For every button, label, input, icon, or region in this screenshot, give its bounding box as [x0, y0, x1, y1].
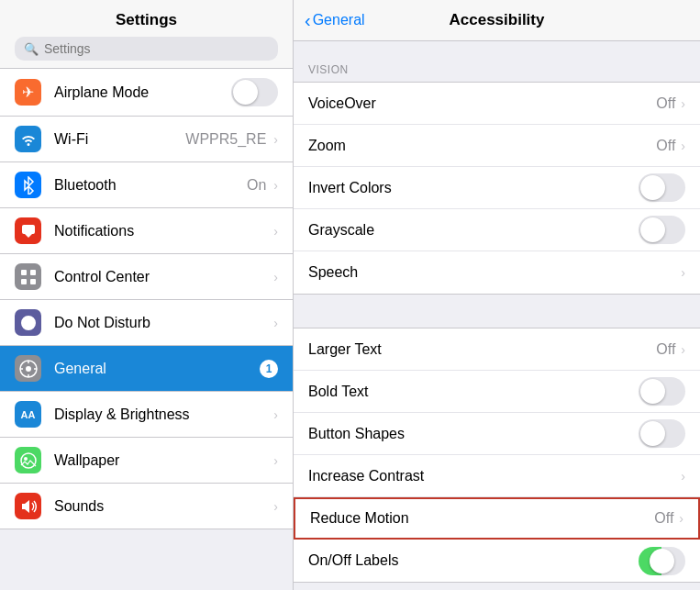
search-input[interactable]: [44, 41, 269, 56]
left-header: Settings 🔍: [0, 0, 293, 69]
do-not-disturb-label: Do Not Disturb: [54, 315, 270, 331]
general-badge: 1: [260, 360, 278, 378]
right-panel: ‹ General Accessibility VISIONVoiceOverO…: [294, 0, 700, 590]
svg-rect-0: [22, 225, 35, 234]
general-icon: [15, 355, 41, 382]
sidebar-item-wallpaper[interactable]: Wallpaper›: [0, 438, 293, 484]
bold-text-label: Bold Text: [308, 384, 639, 400]
control-center-chevron-icon: ›: [273, 270, 278, 284]
sidebar-item-display[interactable]: AADisplay & Brightness›: [0, 392, 293, 438]
general-label: General: [54, 361, 254, 377]
voiceover-chevron-icon: ›: [681, 96, 685, 111]
right-item-increase-contrast[interactable]: Increase Contrast›: [294, 455, 700, 497]
right-content: VISIONVoiceOverOff›ZoomOff›Invert Colors…: [294, 41, 700, 590]
bold-text-toggle[interactable]: [639, 377, 685, 406]
bluetooth-chevron-icon: ›: [273, 178, 278, 193]
larger-text-chevron-icon: ›: [681, 342, 685, 357]
sidebar-item-sounds[interactable]: Sounds›: [0, 484, 293, 529]
airplane-mode-label: Airplane Mode: [54, 84, 231, 101]
svg-point-11: [21, 453, 36, 468]
button-shapes-toggle[interactable]: [639, 419, 685, 448]
back-chevron-icon: ‹: [305, 11, 311, 29]
right-item-grayscale[interactable]: Grayscale: [294, 209, 700, 251]
speech-chevron-icon: ›: [681, 265, 685, 280]
right-item-bold-text[interactable]: Bold Text: [294, 371, 700, 413]
invert-colors-toggle[interactable]: [639, 173, 685, 202]
larger-text-value: Off: [656, 341, 675, 358]
settings-list: ✈Airplane ModeWi-FiWPPR5_RE›BluetoothOn›…: [0, 69, 293, 590]
grayscale-label: Grayscale: [308, 222, 639, 239]
right-title: Accessibility: [450, 11, 545, 29]
back-button[interactable]: ‹ General: [305, 11, 365, 29]
grayscale-toggle[interactable]: [639, 216, 685, 244]
zoom-label: Zoom: [308, 138, 656, 154]
sidebar-item-control-center[interactable]: Control Center›: [0, 254, 293, 300]
section-group-vision: VoiceOverOff›ZoomOff›Invert ColorsGraysc…: [294, 82, 700, 295]
speech-label: Speech: [308, 264, 681, 281]
section-label-vision: VISION: [294, 63, 700, 82]
airplane-mode-toggle[interactable]: [231, 78, 278, 106]
do-not-disturb-chevron-icon: ›: [273, 316, 278, 330]
control-center-label: Control Center: [54, 269, 270, 285]
sidebar-item-wifi[interactable]: Wi-FiWPPR5_RE›: [0, 117, 293, 162]
sidebar-item-airplane-mode[interactable]: ✈Airplane Mode: [0, 69, 293, 117]
right-item-larger-text[interactable]: Larger TextOff›: [294, 328, 700, 371]
bluetooth-value: On: [247, 177, 266, 194]
right-item-on-off-labels[interactable]: On/Off Labels: [294, 540, 700, 582]
right-item-button-shapes[interactable]: Button Shapes: [294, 413, 700, 455]
wifi-chevron-icon: ›: [273, 132, 278, 147]
on-off-labels-toggle[interactable]: [639, 547, 685, 575]
reduce-motion-chevron-icon: ›: [679, 511, 683, 526]
svg-point-6: [26, 366, 31, 372]
zoom-chevron-icon: ›: [681, 139, 685, 153]
bluetooth-label: Bluetooth: [54, 177, 247, 194]
svg-rect-2: [30, 270, 36, 275]
wallpaper-icon: [15, 447, 41, 473]
section-separator: [294, 311, 700, 328]
increase-contrast-chevron-icon: ›: [681, 469, 685, 484]
search-bar[interactable]: 🔍: [15, 37, 278, 61]
button-shapes-label: Button Shapes: [308, 426, 639, 442]
settings-title: Settings: [15, 11, 278, 29]
left-panel: Settings 🔍 ✈Airplane ModeWi-FiWPPR5_RE›B…: [0, 0, 294, 590]
display-label: Display & Brightness: [54, 406, 270, 423]
wifi-label: Wi-Fi: [54, 131, 185, 148]
do-not-disturb-icon: [15, 309, 41, 336]
reduce-motion-label: Reduce Motion: [310, 510, 654, 527]
display-chevron-icon: ›: [273, 407, 278, 422]
svg-rect-4: [30, 279, 36, 284]
on-off-labels-label: On/Off Labels: [308, 552, 639, 569]
control-center-icon: [15, 263, 41, 290]
section-group-interaction: Larger TextOff›Bold TextButton ShapesInc…: [294, 328, 700, 583]
invert-colors-label: Invert Colors: [308, 180, 639, 196]
sidebar-item-bluetooth[interactable]: BluetoothOn›: [0, 162, 293, 208]
larger-text-label: Larger Text: [308, 341, 656, 358]
svg-rect-3: [21, 279, 27, 284]
notifications-chevron-icon: ›: [273, 224, 278, 239]
svg-point-12: [24, 457, 28, 461]
increase-contrast-label: Increase Contrast: [308, 468, 681, 484]
right-item-reduce-motion[interactable]: Reduce MotionOff›: [294, 497, 700, 540]
sidebar-item-do-not-disturb[interactable]: Do Not Disturb›: [0, 300, 293, 346]
sidebar-item-notifications[interactable]: Notifications›: [0, 208, 293, 254]
right-item-invert-colors[interactable]: Invert Colors: [294, 167, 700, 209]
wifi-value: WPPR5_RE: [185, 131, 266, 148]
sounds-icon: [15, 493, 41, 519]
zoom-value: Off: [656, 138, 675, 154]
search-icon: 🔍: [24, 42, 39, 56]
right-item-zoom[interactable]: ZoomOff›: [294, 125, 700, 167]
notifications-icon: [15, 217, 41, 244]
sounds-label: Sounds: [54, 498, 270, 515]
right-header: ‹ General Accessibility: [294, 0, 700, 41]
airplane-mode-icon: ✈: [15, 79, 41, 106]
right-item-speech[interactable]: Speech›: [294, 251, 700, 294]
display-icon: AA: [15, 401, 41, 428]
notifications-label: Notifications: [54, 223, 270, 239]
wallpaper-label: Wallpaper: [54, 452, 270, 469]
right-item-voiceover[interactable]: VoiceOverOff›: [294, 83, 700, 125]
wallpaper-chevron-icon: ›: [273, 453, 278, 468]
sidebar-item-general[interactable]: General1: [0, 346, 293, 392]
voiceover-value: Off: [656, 95, 675, 112]
sounds-chevron-icon: ›: [273, 499, 278, 514]
voiceover-label: VoiceOver: [308, 95, 656, 112]
